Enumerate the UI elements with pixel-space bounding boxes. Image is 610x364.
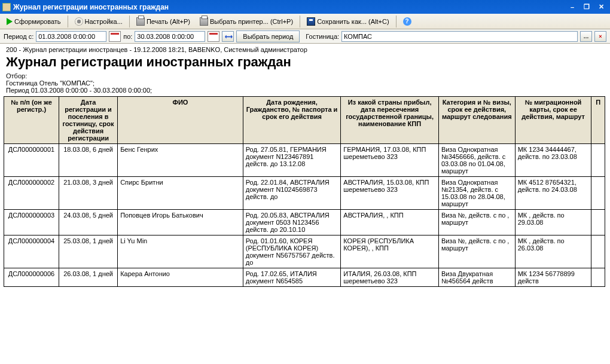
report-sub3: Период 01.03.2008 0:00:00 - 30.03.2008 0… — [0, 87, 610, 94]
form-button[interactable]: Сформировать — [2, 16, 65, 27]
table-row[interactable]: ДСЛ00000000324.03.08, 5 днейПоповцев Иго… — [4, 210, 605, 235]
arrows-icon: ⟷ — [225, 33, 231, 39]
printer-label: Выбрать принтер... (Ctrl+P) — [210, 18, 293, 25]
cell: Виза №, действ. с по , маршрут — [438, 210, 515, 235]
cell: Спирс Бритни — [118, 177, 243, 210]
cell: 26.03.08, 1 дней — [59, 268, 118, 287]
col-fio: ФИО — [118, 97, 243, 144]
save-icon — [307, 17, 315, 26]
cell: ГЕРМАНИЯ, 17.03.08, КПП шереметьево 323 — [341, 144, 439, 177]
col-from: Из какой страны прибыл, дата пересечения… — [341, 97, 439, 144]
cell — [591, 268, 605, 287]
print-button[interactable]: Печать (Alt+P) — [132, 16, 194, 27]
cell: МК 1234 56778899 действ — [515, 268, 591, 287]
cell: Карера Антонио — [118, 268, 243, 287]
calendar-to-button[interactable] — [208, 31, 219, 42]
cell: 25.03.08, 1 дней — [59, 235, 118, 268]
gear-icon — [75, 17, 83, 26]
period-to-input[interactable] — [135, 31, 205, 42]
cell: Бенс Генрих — [118, 144, 243, 177]
cell: ДСЛ000000006 — [4, 268, 59, 287]
choose-period-button[interactable]: Выбрать период — [236, 30, 300, 42]
cell: Род. 01.01.60, КОРЕЯ (РЕСПУБЛИКА КОРЕЯ) … — [243, 235, 341, 268]
col-birth: Дата рождения, Гражданство, № паспорта и… — [243, 97, 341, 144]
cell: АВСТРАЛИЯ, 15.03.08, КПП шереметьево 323 — [341, 177, 439, 210]
minimize-button[interactable]: – — [566, 2, 579, 13]
report-title: Журнал регистрации иностранных граждан — [0, 53, 610, 72]
main-toolbar: Сформировать Настройка... Печать (Alt+P)… — [0, 14, 610, 29]
save-as-button[interactable]: Сохранить как... (Alt+C) — [303, 16, 393, 27]
hotel-label: Гостиница: — [306, 33, 339, 40]
print-label: Печать (Alt+P) — [147, 18, 190, 25]
print-icon — [136, 17, 145, 26]
table-row[interactable]: ДСЛ00000000221.03.08, 3 днейСпирс Бритни… — [4, 177, 605, 210]
cell: Виза Однократная №21354, действ. с 15.03… — [438, 177, 515, 210]
choose-period-label: Выбрать период — [243, 33, 293, 40]
cell: МК , действ. по 29.03.08 — [515, 210, 591, 235]
col-p: П — [591, 97, 605, 144]
table-header-row: № п/п (он же регистр.) Дата регистрации … — [4, 97, 605, 144]
report-table: № п/п (он же регистр.) Дата регистрации … — [4, 96, 605, 287]
choose-printer-button[interactable]: Выбрать принтер... (Ctrl+P) — [196, 16, 297, 27]
x-icon: × — [599, 33, 602, 39]
table-row[interactable]: ДСЛ00000000118.03.08, 6 днейБенс ГенрихР… — [4, 144, 605, 177]
cell: АВСТРАЛИЯ, , КПП — [341, 210, 439, 235]
hotel-input[interactable] — [341, 31, 578, 42]
report-sub2: Гостиница Отель "КОМПАС"; — [0, 79, 610, 87]
hotel-clear-button[interactable]: × — [594, 31, 606, 42]
report-area[interactable]: 200 - Журнал регистрации иностранцев - 1… — [0, 44, 610, 364]
report-sub1: Отбор: — [0, 72, 610, 79]
cell: Виза №, действ. с по , маршрут — [438, 235, 515, 268]
cell: МК , действ. по 26.03.08 — [515, 235, 591, 268]
cell: ДСЛ000000004 — [4, 235, 59, 268]
cell — [591, 235, 605, 268]
cell: Род. 22.01.84, АВСТРАЛИЯ документ N10245… — [243, 177, 341, 210]
cell: Род. 17.02.65, ИТАЛИЯ документ N654585 — [243, 268, 341, 287]
cell: КОРЕЯ (РЕСПУБЛИКА КОРЕЯ), , КПП — [341, 235, 439, 268]
close-button[interactable]: ✕ — [594, 2, 608, 13]
table-row[interactable]: ДСЛ00000000626.03.08, 1 днейКарера Антон… — [4, 268, 605, 287]
window-titlebar: Журнал регистрации иностранных граждан –… — [0, 0, 610, 14]
cell: Род. 27.05.81, ГЕРМАНИЯ документ N123467… — [243, 144, 341, 177]
period-from-input[interactable] — [36, 31, 106, 42]
cell: МК 4512 87654321, действ. по 24.03.08 — [515, 177, 591, 210]
cell: Поповцев Игорь Батькович — [118, 210, 243, 235]
cell: Li Yu Min — [118, 235, 243, 268]
cell: 18.03.08, 6 дней — [59, 144, 118, 177]
cell: МК 1234 34444467, действ. по 23.03.08 — [515, 144, 591, 177]
filter-bar-1: Период с: по: ⟷ Выбрать период Гостиница… — [0, 29, 610, 44]
cell: ИТАЛИЯ, 26.03.08, КПП шереметьево 323 — [341, 268, 439, 287]
help-icon: ? — [403, 17, 411, 26]
cell: 21.03.08, 3 дней — [59, 177, 118, 210]
calendar-from-button[interactable] — [109, 31, 121, 42]
cell: Виза Однократная №3456666, действ. с 03.… — [438, 144, 515, 177]
period-from-label: Период с: — [4, 33, 33, 40]
save-label: Сохранить как... (Alt+C) — [317, 18, 389, 25]
app-icon — [2, 3, 11, 11]
cell — [591, 210, 605, 235]
period-to-label: по: — [123, 33, 132, 40]
form-label: Сформировать — [14, 18, 61, 25]
cell: ДСЛ000000003 — [4, 210, 59, 235]
hotel-picker-button[interactable] — [580, 31, 592, 42]
maximize-button[interactable]: ❐ — [580, 2, 593, 13]
period-arrows-button[interactable]: ⟷ — [222, 31, 234, 42]
help-button[interactable]: ? — [399, 16, 416, 27]
report-meta: 200 - Журнал регистрации иностранцев - 1… — [0, 44, 610, 53]
cell: 24.03.08, 5 дней — [59, 210, 118, 235]
col-mig: № миграционной карты, срок ее действия, … — [515, 97, 591, 144]
cell: ДСЛ000000002 — [4, 177, 59, 210]
printer-icon — [200, 17, 208, 26]
cell: Род. 20.05.83, АВСТРАЛИЯ документ 0503 N… — [243, 210, 341, 235]
col-num: № п/п (он же регистр.) — [4, 97, 59, 144]
window-title: Журнал регистрации иностранных граждан — [13, 3, 169, 11]
settings-button[interactable]: Настройка... — [71, 16, 127, 27]
col-regdate: Дата регистрации и поселения в гостиницу… — [59, 97, 118, 144]
col-visa: Категория и № визы, срок ее действия, ма… — [438, 97, 515, 144]
settings-label: Настройка... — [85, 18, 123, 25]
play-icon — [7, 18, 13, 25]
cell: Виза Двукратная №456564 действ — [438, 268, 515, 287]
cell — [591, 177, 605, 210]
cell: ДСЛ000000001 — [4, 144, 59, 177]
table-row[interactable]: ДСЛ00000000425.03.08, 1 днейLi Yu MinРод… — [4, 235, 605, 268]
